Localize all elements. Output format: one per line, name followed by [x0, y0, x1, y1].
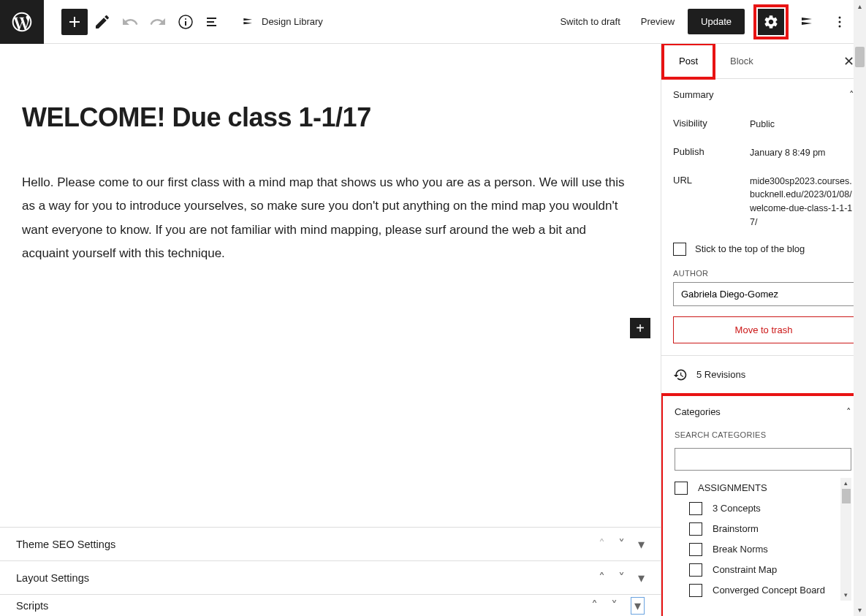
scroll-thumb[interactable]	[842, 489, 851, 503]
options-button[interactable]	[827, 9, 853, 35]
scroll-up-icon[interactable]: ▴	[854, 0, 866, 12]
category-checkbox[interactable]	[689, 584, 702, 597]
design-library-button[interactable]: Design Library	[234, 10, 330, 34]
url-row[interactable]: URL mide300sp2023.courses.bucknell.edu/2…	[673, 167, 854, 237]
tab-post[interactable]: Post	[664, 45, 713, 77]
plus-icon	[66, 13, 83, 31]
undo-icon	[121, 13, 139, 31]
toolbar-left: Design Library	[61, 9, 330, 35]
settings-button[interactable]	[758, 9, 784, 35]
design-library-icon	[241, 15, 256, 29]
summary-label: Summary	[673, 89, 714, 100]
revisions-label: 5 Revisions	[696, 369, 745, 380]
editor-canvas: WELCOME! Due class 1-1/17 Hello. Please …	[0, 44, 661, 616]
scroll-up-icon[interactable]: ▴	[840, 478, 851, 489]
chevron-down-icon[interactable]: ˅	[618, 570, 625, 586]
categories-section: Categories ˄ SEARCH CATEGORIES ▴ ▾ ASSIG…	[663, 396, 863, 612]
summary-header[interactable]: Summary ˄	[661, 79, 866, 110]
switch-to-draft-button[interactable]: Switch to draft	[552, 12, 627, 31]
category-checkbox[interactable]	[689, 502, 702, 515]
gear-icon	[763, 14, 779, 30]
undo-button[interactable]	[117, 9, 143, 35]
search-categories-input[interactable]	[675, 448, 851, 471]
bottom-panels: Theme SEO Settings ˄˅▾ Layout Settings ˄…	[0, 527, 661, 616]
category-item[interactable]: ASSIGNMENTS	[675, 478, 851, 498]
panel-theme-seo[interactable]: Theme SEO Settings ˄˅▾	[0, 527, 661, 560]
category-label: Converged Concept Board	[713, 585, 825, 596]
chevron-up-icon[interactable]: ˄	[599, 536, 605, 552]
scroll-thumb[interactable]	[855, 47, 865, 67]
caret-down-icon[interactable]: ▾	[631, 597, 645, 615]
inline-add-block-button[interactable]: +	[630, 318, 650, 338]
chevron-up-icon[interactable]: ˄	[591, 598, 598, 614]
panel-label: Theme SEO Settings	[16, 539, 115, 550]
highlight-categories: Categories ˄ SEARCH CATEGORIES ▴ ▾ ASSIG…	[661, 393, 866, 617]
category-item[interactable]: 3 Concepts	[689, 498, 851, 519]
category-item[interactable]: Converged Concept Board	[689, 580, 851, 601]
categories-list: ▴ ▾ ASSIGNMENTS3 ConceptsBrainstormBreak…	[675, 478, 851, 601]
svg-point-4	[839, 20, 841, 23]
preview-button[interactable]: Preview	[634, 12, 682, 31]
add-block-button[interactable]	[61, 9, 88, 35]
url-label: URL	[673, 175, 750, 229]
toolbar-right: Switch to draft Preview Update	[552, 4, 866, 39]
svg-point-1	[185, 18, 186, 20]
category-item[interactable]: Break Norms	[689, 539, 851, 560]
list-view-button[interactable]	[200, 9, 227, 35]
url-value: mide300sp2023.courses.bucknell.edu/2023/…	[750, 175, 854, 229]
redo-button[interactable]	[145, 9, 171, 35]
chevron-down-icon[interactable]: ˅	[618, 536, 625, 552]
svg-point-3	[839, 16, 841, 18]
wordpress-logo[interactable]	[0, 0, 44, 44]
panel-layout-settings[interactable]: Layout Settings ˄˅▾	[0, 560, 661, 594]
search-categories-label: SEARCH CATEGORIES	[675, 430, 851, 439]
chevron-up-icon: ˄	[846, 406, 851, 417]
main-area: WELCOME! Due class 1-1/17 Hello. Please …	[0, 44, 866, 616]
caret-down-icon[interactable]: ▾	[638, 570, 645, 586]
page-scrollbar[interactable]: ▴ ▾	[854, 0, 866, 616]
move-to-trash-button[interactable]: Move to trash	[673, 316, 854, 343]
edit-tool-button[interactable]	[89, 9, 115, 35]
chevron-down-icon[interactable]: ˅	[611, 598, 618, 614]
sticky-label: Stick to the top of the blog	[695, 243, 805, 254]
category-item[interactable]: Brainstorm	[689, 519, 851, 539]
update-button[interactable]: Update	[688, 9, 745, 34]
sticky-checkbox[interactable]	[673, 243, 686, 256]
category-item[interactable]: Constraint Map	[689, 560, 851, 580]
category-checkbox[interactable]	[689, 522, 702, 536]
panel-label: Layout Settings	[16, 572, 89, 584]
category-checkbox[interactable]	[689, 543, 702, 556]
caret-down-icon[interactable]: ▾	[638, 536, 645, 552]
revisions-section[interactable]: 5 Revisions	[661, 356, 866, 395]
redo-icon	[149, 13, 167, 31]
categories-scrollbar[interactable]: ▴ ▾	[840, 478, 851, 601]
scroll-down-icon[interactable]: ▾	[854, 604, 866, 616]
author-label: AUTHOR	[673, 269, 854, 278]
post-body[interactable]: Hello. Please come to our first class wi…	[22, 171, 636, 265]
post-title[interactable]: WELCOME! Due class 1-1/17	[22, 102, 636, 133]
chevron-up-icon[interactable]: ˄	[599, 570, 605, 586]
stack-icon	[799, 13, 816, 31]
category-checkbox[interactable]	[675, 482, 688, 495]
extra-panel-button[interactable]	[794, 9, 821, 35]
categories-header[interactable]: Categories ˄	[663, 396, 863, 427]
info-button[interactable]	[172, 9, 199, 35]
sidebar-tabs: Post Block ✕	[661, 44, 866, 79]
category-label: ASSIGNMENTS	[698, 482, 767, 493]
category-checkbox[interactable]	[689, 563, 702, 577]
pencil-icon	[94, 13, 111, 31]
scroll-down-icon[interactable]: ▾	[840, 590, 851, 601]
author-input[interactable]	[673, 282, 854, 306]
panel-scripts[interactable]: Scripts ˄˅▾	[0, 594, 661, 616]
publish-label: Publish	[673, 146, 750, 160]
publish-row[interactable]: Publish January 8 8:49 pm	[673, 139, 854, 167]
history-icon	[673, 368, 688, 382]
visibility-row[interactable]: Visibility Public	[673, 110, 854, 139]
summary-section: Summary ˄ Visibility Public Publish Janu…	[661, 79, 866, 356]
sticky-row[interactable]: Stick to the top of the blog	[673, 237, 854, 266]
tab-block[interactable]: Block	[715, 45, 768, 77]
svg-point-5	[839, 25, 841, 27]
visibility-label: Visibility	[673, 118, 750, 132]
panel-label: Scripts	[16, 600, 48, 612]
list-icon	[205, 13, 222, 31]
